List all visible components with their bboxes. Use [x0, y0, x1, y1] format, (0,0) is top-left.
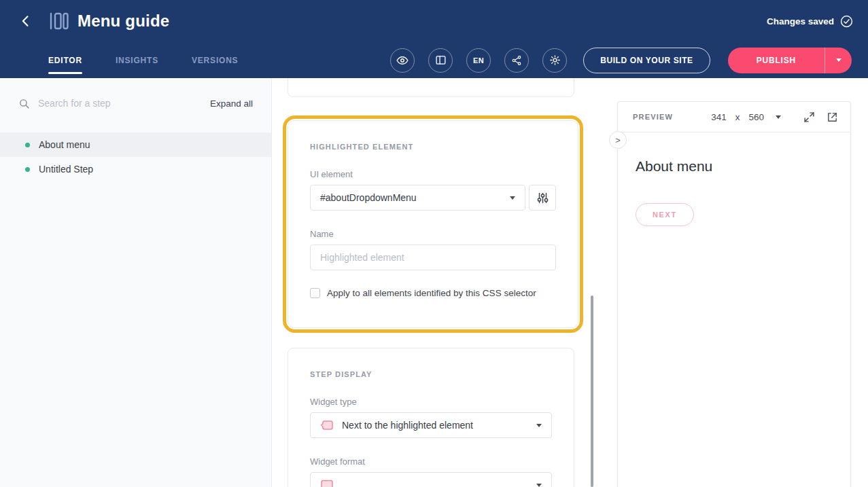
- step-item-label: Untitled Step: [39, 164, 93, 175]
- apply-all-row: Apply to all elements identified by this…: [310, 288, 556, 298]
- editor-main: HIGHLIGHTED ELEMENT UI element #aboutDro…: [272, 78, 617, 487]
- search-icon: [18, 98, 30, 109]
- search-step-input[interactable]: [38, 98, 202, 109]
- preview-header-icons: [803, 111, 838, 123]
- saved-check-icon: [840, 15, 853, 28]
- widget-type-value: Next to the highlighted element: [342, 420, 473, 431]
- section-title: HIGHLIGHTED ELEMENT: [310, 143, 556, 151]
- share-button[interactable]: [504, 48, 529, 73]
- publish-dropdown-button[interactable]: [824, 48, 852, 73]
- changes-saved-status: Changes saved: [767, 15, 853, 28]
- widget-type-label: Widget type: [310, 397, 552, 407]
- ui-element-row: #aboutDropdownMenu: [310, 185, 556, 211]
- chevron-right-icon: >: [615, 135, 621, 145]
- ui-element-label: UI element: [310, 169, 556, 179]
- preview-size-select[interactable]: 341 x 560: [711, 112, 781, 122]
- eye-icon: [396, 54, 409, 67]
- steps-sidebar: Expand all About menu Untitled Step: [0, 78, 272, 487]
- publish-button-group: PUBLISH: [728, 48, 852, 73]
- highlighted-element-card: HIGHLIGHTED ELEMENT UI element #aboutDro…: [288, 120, 578, 328]
- highlighted-card-ring: HIGHLIGHTED ELEMENT UI element #aboutDro…: [283, 115, 583, 333]
- step-list: About menu Untitled Step: [0, 132, 271, 181]
- chevron-down-icon: [510, 196, 515, 200]
- preview-size-separator: x: [735, 112, 740, 122]
- sliders-icon: [537, 192, 549, 204]
- ui-element-value: #aboutDropdownMenu: [320, 192, 417, 203]
- scrollbar[interactable]: [591, 295, 593, 487]
- tab-editor[interactable]: EDITOR: [48, 56, 82, 65]
- preview-height-value: 560: [748, 112, 764, 122]
- app-window: Menu guide Changes saved EDITOR INSIGHTS…: [0, 0, 868, 487]
- chevron-down-icon: [536, 424, 542, 427]
- body-row: Expand all About menu Untitled Step HIGH…: [0, 78, 868, 487]
- language-badge: EN: [473, 56, 484, 65]
- widget-type-select[interactable]: Next to the highlighted element: [310, 412, 552, 438]
- fullscreen-icon[interactable]: [803, 111, 815, 123]
- gear-icon: [549, 54, 561, 66]
- step-item-label: About menu: [39, 139, 90, 150]
- language-button[interactable]: EN: [466, 48, 491, 73]
- publish-button[interactable]: PUBLISH: [728, 48, 824, 73]
- header-bottom-row: EDITOR INSIGHTS VERSIONS EN: [0, 42, 868, 78]
- preview-column: > PREVIEW 341 x 560: [617, 78, 868, 487]
- preview-step-title: About menu: [636, 158, 833, 175]
- header: Menu guide Changes saved EDITOR INSIGHTS…: [0, 0, 868, 78]
- header-top-row: Menu guide Changes saved: [0, 0, 868, 42]
- preview-eye-button[interactable]: [390, 48, 415, 73]
- build-on-your-site-button[interactable]: BUILD ON YOUR SITE: [583, 48, 710, 73]
- step-display-card: STEP DISPLAY Widget type Next to the hig…: [288, 348, 574, 487]
- widget-format-icon: [320, 479, 334, 487]
- ui-element-select[interactable]: #aboutDropdownMenu: [310, 185, 525, 211]
- layout-button[interactable]: [428, 48, 453, 73]
- name-label: Name: [310, 229, 556, 239]
- chevron-down-icon: [776, 115, 781, 119]
- tooltip-widget-icon: [320, 419, 334, 431]
- header-actions: EN BUILD ON YOUR SITE PUBLISH: [390, 48, 852, 73]
- step-item-untitled-step[interactable]: Untitled Step: [0, 157, 271, 181]
- preview-width-value: 341: [711, 112, 727, 122]
- open-external-icon[interactable]: [827, 111, 838, 123]
- expand-all-link[interactable]: Expand all: [210, 98, 253, 109]
- preview-header: PREVIEW 341 x 560: [618, 102, 850, 132]
- highlighted-element-name-input[interactable]: [310, 245, 556, 270]
- previous-settings-card: [288, 78, 574, 97]
- tab-versions[interactable]: VERSIONS: [192, 56, 238, 65]
- apply-all-checkbox[interactable]: [310, 288, 320, 298]
- apply-all-label: Apply to all elements identified by this…: [327, 288, 536, 298]
- chevron-down-icon: [536, 484, 542, 487]
- step-status-dot: [25, 143, 30, 147]
- section-title: STEP DISPLAY: [310, 370, 552, 378]
- widget-format-select[interactable]: [310, 472, 552, 487]
- page-title: Menu guide: [77, 12, 169, 31]
- widget-format-label: Widget format: [310, 456, 552, 467]
- layout-icon: [435, 54, 447, 66]
- selector-settings-button[interactable]: [529, 185, 556, 211]
- tab-insights[interactable]: INSIGHTS: [116, 56, 158, 65]
- changes-saved-label: Changes saved: [767, 16, 834, 26]
- step-item-about-menu[interactable]: About menu: [0, 132, 271, 157]
- preview-next-button[interactable]: NEXT: [636, 203, 694, 226]
- back-icon[interactable]: [18, 13, 34, 29]
- guide-logo-icon: [49, 12, 69, 30]
- settings-button[interactable]: [542, 48, 567, 73]
- preview-panel: > PREVIEW 341 x 560: [617, 101, 851, 487]
- sidebar-search-row: Expand all: [0, 78, 271, 128]
- chevron-down-icon: [836, 58, 841, 62]
- editor-tabs: EDITOR INSIGHTS VERSIONS: [48, 56, 238, 65]
- collapse-preview-button[interactable]: >: [609, 131, 627, 149]
- preview-title: PREVIEW: [633, 113, 673, 121]
- step-status-dot: [25, 167, 30, 172]
- preview-body: About menu NEXT: [618, 132, 850, 226]
- share-icon: [511, 55, 522, 66]
